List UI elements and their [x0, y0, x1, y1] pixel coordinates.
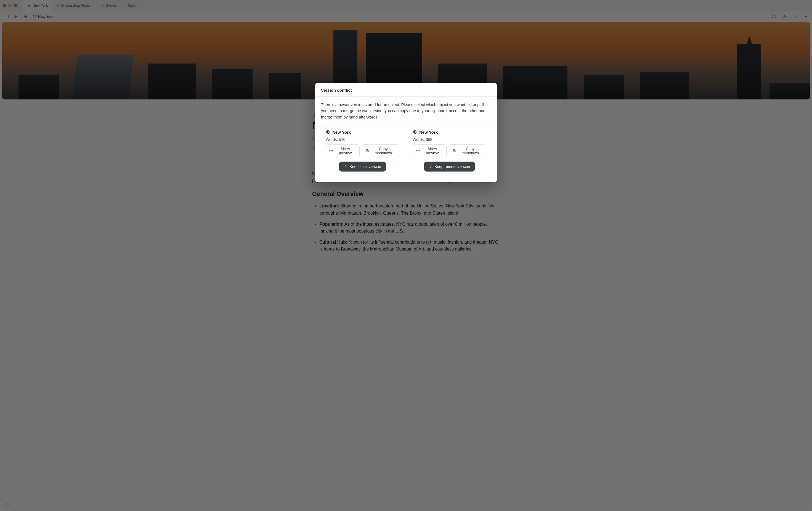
show-preview-button[interactable]: Show preview [413, 144, 446, 157]
version-words: Words: 510 [326, 137, 399, 142]
modal-description: There's a newer version stored for an ob… [321, 102, 491, 120]
version-card-local: New York Words: 510 Show preview Copy ma… [321, 125, 404, 176]
version-card-remote: New York Words: 368 Show preview Copy ma… [408, 125, 491, 176]
version-cards: New York Words: 510 Show preview Copy ma… [321, 125, 491, 176]
modal-title: Version conflict [315, 83, 497, 97]
keep-remote-button[interactable]: Keep remote version [424, 162, 475, 171]
copy-markdown-button[interactable]: Copy markdown [362, 144, 399, 157]
pin-icon [326, 130, 330, 135]
version-title: New York [332, 130, 351, 135]
button-label: Show preview [335, 147, 356, 155]
modal-overlay[interactable]: Version conflict There's a newer version… [0, 0, 812, 511]
keep-row: Keep remote version [413, 162, 486, 171]
svg-point-19 [331, 151, 331, 151]
svg-point-23 [417, 151, 418, 151]
button-label: Keep local version [349, 164, 381, 169]
svg-point-22 [414, 132, 415, 133]
copy-markdown-button[interactable]: Copy markdown [449, 144, 486, 157]
app-window: New York Onboarding Proje… Steffen Rainy [0, 0, 812, 511]
version-title-row: New York [413, 130, 486, 135]
button-label: Show preview [422, 147, 443, 155]
version-actions: Show preview Copy markdown [326, 144, 399, 157]
svg-point-18 [327, 132, 328, 133]
version-words: Words: 368 [413, 137, 486, 142]
pin-icon [413, 130, 417, 135]
button-label: Copy markdown [371, 147, 396, 155]
button-label: Copy markdown [458, 147, 483, 155]
version-title-row: New York [326, 130, 399, 135]
show-preview-button[interactable]: Show preview [326, 144, 359, 157]
keep-local-button[interactable]: Keep local version [339, 162, 385, 171]
version-title: New York [419, 130, 438, 135]
version-actions: Show preview Copy markdown [413, 144, 486, 157]
button-label: Keep remote version [434, 164, 470, 169]
version-conflict-modal: Version conflict There's a newer version… [315, 83, 497, 182]
keep-row: Keep local version [326, 162, 399, 171]
modal-body: There's a newer version stored for an ob… [315, 97, 497, 182]
